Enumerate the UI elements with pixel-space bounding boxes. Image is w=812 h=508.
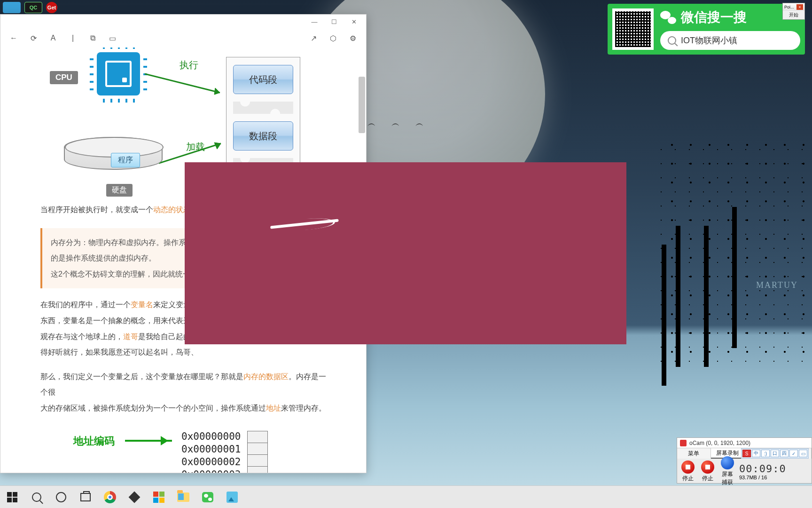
ocam-stop-button[interactable]: 停止 (680, 460, 696, 483)
qr-code-icon (612, 8, 654, 50)
task-view-button[interactable] (73, 486, 98, 508)
wechat-title: 微信搜一搜 (660, 8, 800, 26)
taskbar-app-cube-icon[interactable] (122, 486, 147, 508)
taskbar-photos-icon[interactable] (220, 486, 244, 508)
desktop-top-icons: QC Get (0, 0, 60, 14)
program-tag: 程序 (111, 153, 140, 167)
wechat-search-field[interactable]: IOT物联网小镇 (660, 31, 800, 50)
layout-button[interactable]: ▭ (108, 33, 117, 43)
search-icon (668, 36, 676, 45)
font-button[interactable]: A (48, 33, 58, 43)
trees-right-decor (657, 141, 812, 367)
taskbar-chrome-icon[interactable] (98, 486, 122, 508)
advertisement-overlay[interactable] (185, 162, 626, 344)
ime-icon-check[interactable]: ✓ (789, 450, 798, 457)
ocam-stop-button-2[interactable]: 停止 (700, 460, 716, 483)
ime-language-bar[interactable]: S 中 :) 口 四 ✓ ▭ (741, 448, 809, 459)
desktop-icon-tube[interactable]: Get (46, 2, 57, 13)
ad-logo-icon (273, 216, 335, 232)
cube-button[interactable]: ⬡ (328, 33, 338, 43)
windows-taskbar (0, 485, 812, 508)
window-close-button[interactable]: ✕ (344, 16, 363, 27)
wechat-logo-icon (660, 11, 676, 24)
ocam-capture-button[interactable]: 屏幕捕获 (719, 456, 735, 486)
load-label: 加载 (186, 141, 205, 153)
taskbar-wechat-icon[interactable] (195, 486, 220, 508)
taskbar-search-button[interactable] (24, 486, 49, 508)
svg-marker-1 (214, 88, 220, 95)
pointer-body: 开始 (783, 11, 804, 19)
memory-segments-box: 代码段 数据段 (226, 57, 300, 175)
wallpaper-watermark: MARTUY (756, 280, 798, 290)
ime-icon-s[interactable]: S (742, 450, 751, 457)
address-encoding-title: 地址编码 (73, 434, 115, 448)
reader-titlebar: — ☐ ✕ (0, 15, 366, 29)
ime-icon-kbd[interactable]: ▭ (799, 450, 807, 457)
cpu-label: CPU (50, 71, 78, 84)
separator-icon: | (68, 33, 78, 43)
memory-cells (247, 431, 268, 473)
window-minimize-button[interactable]: — (305, 16, 324, 27)
wechat-search-text: IOT物联网小镇 (681, 35, 737, 46)
pointer-titlebar: Poi... × (783, 3, 804, 11)
ocam-body: 停止 停止 屏幕捕获 00:09:0 93.7MB / 16 (677, 459, 812, 484)
ocam-titlebar: oCam (0, 0, 1920, 1200) (677, 438, 812, 448)
svg-line-0 (145, 74, 220, 93)
disk-label: 硬盘 (106, 184, 133, 197)
ime-icon-zh[interactable]: 中 (752, 450, 760, 457)
ocam-info: 00:09:0 93.7MB / 16 (739, 463, 809, 480)
exec-label: 执行 (180, 59, 198, 71)
ocam-app-icon (680, 440, 687, 446)
arrow-exec (145, 70, 229, 98)
reload-button[interactable]: ⟳ (29, 33, 38, 43)
ocam-elapsed-time: 00:09:0 (739, 463, 809, 475)
start-button[interactable] (0, 486, 24, 508)
ocam-tab-menu[interactable]: 菜单 (677, 448, 711, 459)
pointer-mini-window[interactable]: Poi... × 开始 (782, 3, 805, 20)
taskbar-office-icon[interactable] (147, 486, 171, 508)
pointer-close-button[interactable]: × (796, 4, 803, 10)
ime-icon-face[interactable]: :) (761, 450, 770, 457)
wechat-promo-card[interactable]: 微信搜一搜 IOT物联网小镇 (608, 4, 805, 55)
address-list: 0x00000000 0x00000001 0x00000002 0x00000… (181, 430, 241, 473)
code-segment: 代码段 (233, 65, 293, 94)
diagram-address-encoding: 地址编码 0x00000000 0x00000001 0x00000002 0x… (40, 430, 328, 473)
ocam-file-size: 93.7MB / 16 (739, 475, 809, 480)
ime-icon-grid[interactable]: 四 (780, 450, 789, 457)
paragraph-3: 那么，我们定义一个变量之后，这个变量放在哪里呢？那就是内存的数据区。内存是一个很… (40, 369, 328, 416)
ocam-window[interactable]: oCam (0, 0, 1920, 1200) S 中 :) 口 四 ✓ ▭ 菜… (677, 437, 812, 484)
address-arrow-icon (125, 440, 172, 442)
data-segment: 数据段 (233, 121, 293, 151)
reader-toolbar: ← ⟳ A | ⧉ ▭ ↗ ⬡ ⚙ (0, 29, 366, 48)
desktop-icon-qc[interactable]: QC (24, 2, 42, 13)
cpu-pins-decor (94, 49, 143, 99)
back-button[interactable]: ← (9, 33, 18, 43)
link-button[interactable]: ⧉ (88, 33, 97, 43)
taskbar-explorer-icon[interactable] (171, 486, 195, 508)
window-maximize-button[interactable]: ☐ (325, 16, 344, 27)
cortana-button[interactable] (49, 486, 73, 508)
share-button[interactable]: ↗ (309, 33, 318, 43)
desktop-icon-1[interactable] (3, 2, 21, 13)
settings-button[interactable]: ⚙ (348, 33, 358, 43)
disk-icon: 程序 (64, 137, 163, 179)
ime-icon-box[interactable]: 口 (771, 450, 779, 457)
